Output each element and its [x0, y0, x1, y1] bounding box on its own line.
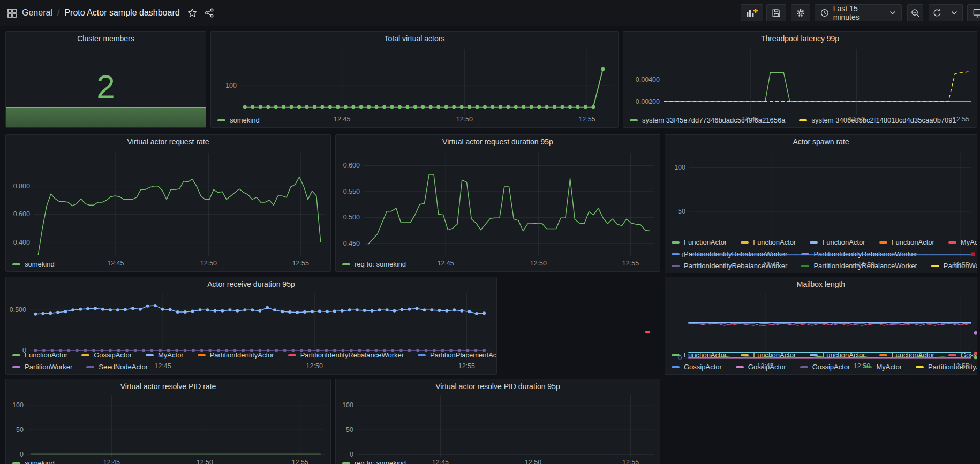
grafana-dashboard: { "nav": { "breadcrumb": {"section": "Ge…: [0, 0, 980, 464]
svg-text:12:45: 12:45: [154, 362, 171, 370]
stat-sparkline-fill: [6, 107, 206, 127]
gear-icon: [796, 8, 805, 18]
svg-text:0.450: 0.450: [343, 240, 360, 247]
svg-text:12:45: 12:45: [334, 116, 350, 123]
panel-title[interactable]: Virtual actor request duration 95p: [336, 135, 660, 149]
request-rate-chart[interactable]: 12:4512:5012:550.8000.6000.400: [6, 149, 330, 255]
svg-text:12:55: 12:55: [953, 116, 969, 123]
refresh-icon[interactable]: [929, 5, 946, 21]
svg-text:0.600: 0.600: [343, 162, 360, 169]
breadcrumb-section[interactable]: General: [22, 8, 52, 18]
panel-threadpool-latency: Threadpool latency 99p 12:4512:5012:550.…: [623, 31, 977, 128]
refresh-button[interactable]: [929, 4, 963, 21]
stat-value: 2: [6, 70, 206, 103]
chart-svg: 12:4512:5012:550.8000.6000.400: [6, 149, 330, 267]
panel-resolve-pid-rate: Virtual actor resolve PID rate 12:4512:5…: [5, 379, 331, 464]
dashboard-settings-button[interactable]: [791, 4, 810, 21]
svg-text:0.00200: 0.00200: [636, 98, 660, 105]
panel-title[interactable]: Virtual actor request rate: [6, 135, 330, 149]
refresh-interval-chevron[interactable]: [946, 5, 963, 21]
svg-text:100: 100: [342, 401, 353, 409]
threadpool-latency-chart[interactable]: 12:4512:5012:550.004000.00200: [623, 45, 977, 111]
dashboard-title[interactable]: Proto Actor sample dashboard: [64, 8, 179, 18]
time-range-picker[interactable]: Last 15 minutes: [815, 4, 902, 21]
panel-virtual-actor-request-duration: Virtual actor request duration 95p 12:45…: [335, 134, 660, 272]
svg-text:12:50: 12:50: [200, 260, 217, 267]
actor-spawn-rate-chart[interactable]: 12:4512:5012:55100500: [665, 149, 977, 233]
svg-text:50: 50: [16, 426, 24, 433]
chevron-down-icon: [951, 11, 958, 15]
chart-svg: 12:4512:5012:550.004000.00200: [623, 45, 977, 123]
svg-text:12:55: 12:55: [952, 261, 969, 269]
star-icon[interactable]: [187, 8, 197, 18]
svg-text:12:45: 12:45: [763, 261, 779, 269]
svg-text:12:45: 12:45: [432, 459, 449, 464]
svg-text:0.550: 0.550: [343, 188, 360, 195]
svg-text:12:55: 12:55: [622, 459, 639, 464]
panel-mailbox-length: Mailbox length 12:4512:5012:550 Function…: [665, 277, 977, 375]
svg-text:0.400: 0.400: [13, 239, 30, 246]
panel-title[interactable]: Virtual actor resolve PID rate: [6, 379, 330, 393]
panel-title[interactable]: Cluster members: [6, 32, 206, 45]
chart-svg: 12:4512:5012:55100500: [6, 393, 330, 464]
svg-text:12:50: 12:50: [197, 459, 213, 464]
resolve-pid-duration-chart[interactable]: 12:4512:5012:55100500: [336, 393, 660, 454]
total-virtual-actors-chart[interactable]: 12:4512:5012:55100: [211, 45, 618, 111]
apps-grid-icon[interactable]: [7, 9, 17, 18]
svg-text:12:50: 12:50: [306, 362, 323, 370]
svg-text:100: 100: [674, 164, 685, 171]
panel-title[interactable]: Mailbox length: [665, 277, 977, 291]
chart-svg: 12:4512:5012:55100500: [665, 149, 977, 269]
panel-title[interactable]: Actor spawn rate: [665, 135, 977, 149]
svg-text:0.800: 0.800: [13, 182, 30, 190]
actor-receive-duration-chart[interactable]: 12:4512:5012:550.5000: [6, 291, 496, 346]
zoom-out-button[interactable]: [907, 4, 923, 21]
svg-text:0: 0: [682, 252, 685, 259]
svg-text:0: 0: [22, 347, 26, 354]
chart-svg: 12:4512:5012:55100500: [336, 393, 660, 464]
top-nav-bar: General / Proto Actor sample dashboard: [0, 0, 980, 26]
panel-title[interactable]: Threadpool latency 99p: [623, 32, 977, 45]
chart-svg: 12:4512:5012:55100: [211, 45, 618, 123]
cycle-view-button[interactable]: [967, 4, 980, 21]
panel-add-icon: [746, 8, 758, 18]
chevron-down-icon: [889, 11, 896, 15]
svg-text:0: 0: [678, 354, 682, 362]
svg-text:0.500: 0.500: [343, 214, 360, 221]
svg-text:12:50: 12:50: [858, 261, 875, 269]
breadcrumb-separator: /: [57, 8, 59, 18]
svg-text:50: 50: [346, 426, 353, 433]
panel-title[interactable]: Virtual actor resolve PID duration 95p: [336, 379, 660, 393]
chart-svg: 12:4512:5012:550.5000: [6, 291, 496, 370]
add-panel-button[interactable]: [741, 4, 763, 21]
share-icon[interactable]: [205, 8, 214, 18]
time-range-label: Last 15 minutes: [833, 4, 885, 21]
svg-text:12:45: 12:45: [742, 116, 759, 123]
panel-title[interactable]: Total virtual actors: [211, 32, 618, 45]
svg-text:12:50: 12:50: [848, 116, 865, 123]
save-icon: [772, 9, 781, 18]
panel-cluster-members: Cluster members 2: [5, 31, 206, 128]
request-duration-chart[interactable]: 12:4512:5012:550.6000.5500.5000.450: [336, 149, 660, 255]
svg-text:0.600: 0.600: [13, 210, 30, 218]
svg-text:12:50: 12:50: [854, 362, 870, 370]
resolve-pid-rate-chart[interactable]: 12:4512:5012:55100500: [6, 393, 330, 454]
breadcrumb: General / Proto Actor sample dashboard: [7, 8, 214, 18]
monitor-icon: [973, 9, 980, 18]
chart-svg: 12:4512:5012:550.6000.5500.5000.450: [336, 149, 660, 267]
magnifier-minus-icon: [911, 9, 920, 18]
panel-actor-receive-duration: Actor receive duration 95p 12:4512:5012:…: [5, 277, 497, 375]
mailbox-length-chart[interactable]: 12:4512:5012:550: [665, 291, 977, 346]
save-dashboard-button[interactable]: [766, 4, 786, 21]
panel-virtual-actor-request-rate: Virtual actor request rate 12:4512:5012:…: [5, 134, 331, 272]
panel-total-virtual-actors: Total virtual actors 12:4512:5012:55100 …: [210, 31, 619, 128]
svg-text:12:55: 12:55: [292, 260, 309, 267]
svg-text:12:50: 12:50: [525, 459, 541, 464]
svg-text:12:45: 12:45: [437, 260, 454, 267]
panel-title[interactable]: Actor receive duration 95p: [6, 277, 496, 291]
svg-text:0.00400: 0.00400: [636, 76, 660, 83]
svg-text:12:55: 12:55: [292, 459, 308, 464]
svg-text:12:55: 12:55: [458, 362, 475, 370]
stat-panel-body[interactable]: 2: [6, 45, 206, 127]
panel-resolve-pid-duration: Virtual actor resolve PID duration 95p 1…: [335, 379, 660, 464]
